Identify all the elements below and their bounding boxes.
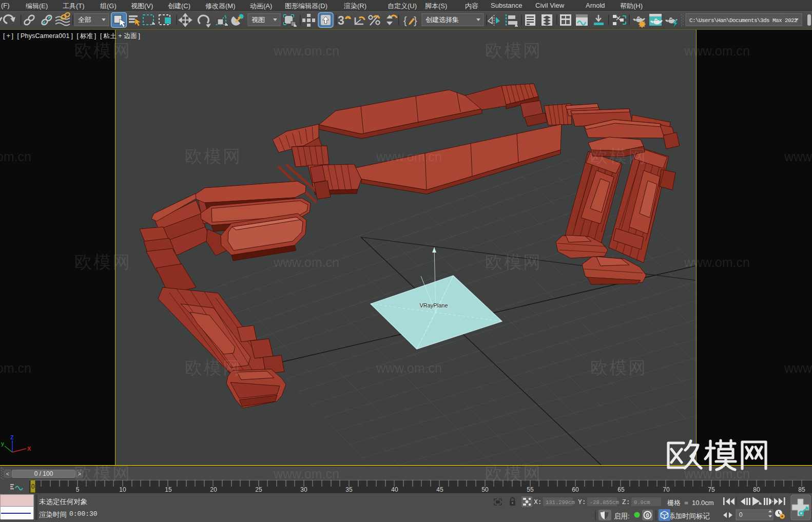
svg-text:{: {: [403, 15, 407, 26]
svg-text:视图: 视图: [252, 16, 265, 24]
svg-text:3: 3: [338, 14, 344, 27]
svg-text:创建选择集: 创建选择集: [426, 16, 459, 24]
svg-text:全部: 全部: [78, 16, 91, 24]
svg-text:C:\Users\Han\Documents\3ds Max: C:\Users\Han\Documents\3ds Max 2022: [689, 17, 797, 24]
svg-text:0: 0: [646, 512, 649, 518]
svg-text:}: }: [414, 15, 417, 26]
svg-text:0: 0: [739, 511, 743, 518]
